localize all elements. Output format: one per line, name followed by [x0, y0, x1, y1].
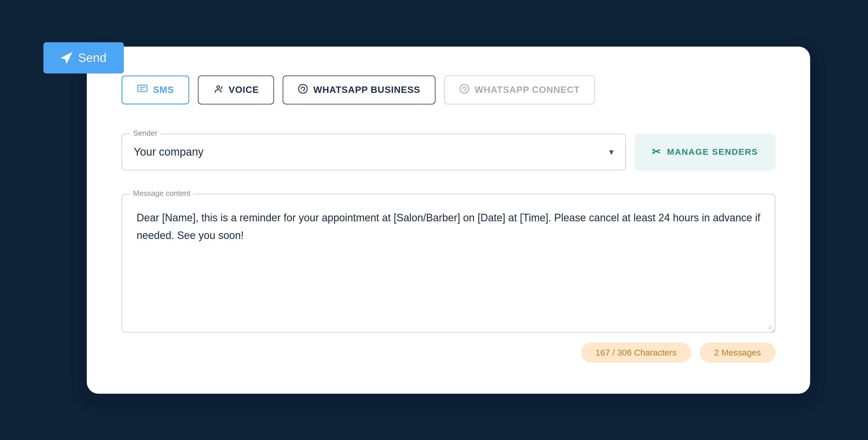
tab-sms[interactable]: SMS	[122, 75, 189, 104]
tab-whatsapp-connect-label: WHATSAPP CONNECT	[475, 85, 580, 95]
message-section: Message content ⊿	[122, 185, 775, 334]
tab-voice[interactable]: VOICE	[198, 75, 274, 104]
manage-senders-button[interactable]: ✂ MANAGE SENDERS	[634, 134, 775, 170]
send-button-label: Send	[78, 51, 106, 65]
svg-point-3	[460, 85, 469, 93]
tab-whatsapp-business-label: WHATSAPP BUSINESS	[313, 85, 421, 95]
send-button[interactable]: Send	[43, 42, 124, 73]
sender-select[interactable]: Your company ▾	[122, 134, 626, 170]
manage-senders-label: MANAGE SENDERS	[667, 147, 758, 157]
whatsapp-connect-icon	[459, 84, 470, 96]
whatsapp-business-icon	[298, 84, 308, 96]
send-icon	[61, 52, 72, 64]
messages-badge: 2 Messages	[700, 343, 775, 363]
tab-whatsapp-connect[interactable]: WHATSAPP CONNECT	[444, 75, 595, 104]
message-textarea[interactable]	[122, 194, 775, 333]
voice-icon	[213, 84, 223, 96]
sender-label: Sender	[130, 129, 160, 138]
manage-senders-icon: ✂	[652, 146, 661, 158]
main-card: SMS VOICE	[87, 46, 810, 394]
tab-voice-label: VOICE	[228, 85, 259, 95]
characters-badge: 167 / 306 Characters	[581, 343, 691, 363]
outer-wrapper: Send SMS	[43, 25, 825, 415]
tabs-row: SMS VOICE	[122, 75, 775, 104]
svg-rect-0	[138, 85, 147, 91]
resize-handle-icon: ⊿	[767, 323, 773, 331]
chevron-down-icon: ▾	[609, 146, 614, 157]
sender-row: Your company ▾ ✂ MANAGE SENDERS	[122, 134, 775, 170]
svg-point-2	[299, 85, 307, 93]
tab-sms-label: SMS	[153, 85, 174, 95]
message-content-label: Message content	[130, 189, 193, 198]
sms-icon	[137, 83, 148, 97]
svg-point-1	[217, 86, 220, 88]
sender-value: Your company	[134, 146, 204, 158]
sender-section: Sender Your company ▾ ✂ MANAGE SENDERS	[122, 125, 775, 170]
tab-whatsapp-business[interactable]: WHATSAPP BUSINESS	[283, 75, 435, 104]
message-stats-row: 167 / 306 Characters 2 Messages	[122, 343, 775, 363]
